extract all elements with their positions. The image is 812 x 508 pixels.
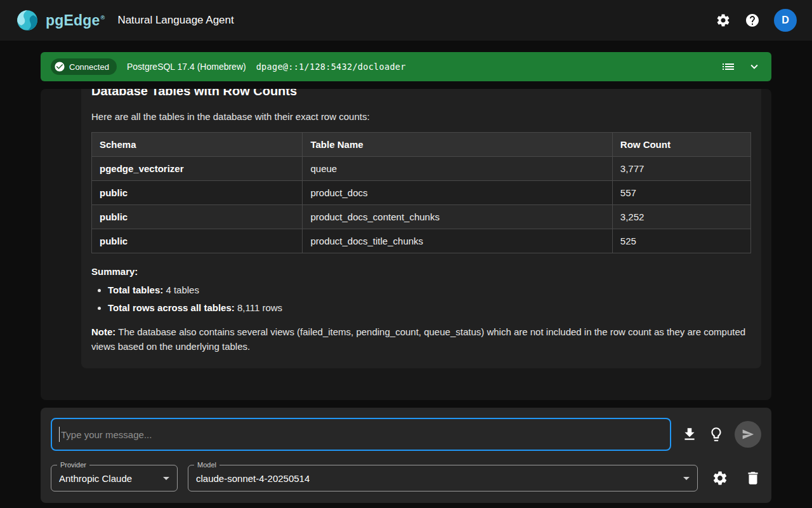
table-header-row: Schema Table Name Row Count [92,133,751,157]
cell-row-count: 3,252 [612,205,750,229]
message-intro: Here are all the tables in the database … [91,111,751,122]
cell-schema: public [92,181,303,205]
column-header-table-name: Table Name [303,133,612,157]
dropdown-arrow-icon [163,477,169,480]
cell-table-name: product_docs [303,181,612,205]
cell-schema: public [92,229,303,253]
cell-row-count: 3,777 [612,157,750,181]
message-heading: Database Tables with Row Counts [91,89,751,98]
provider-select-value: Anthropic Claude [59,473,132,484]
summary-item-label: Total tables: [108,284,163,295]
settings-button[interactable] [716,13,731,28]
user-avatar[interactable]: D [774,9,797,32]
list-item: Total rows across all tables: 8,111 rows [108,302,751,313]
text-caret [59,427,60,442]
brand-name: pgEdge® [46,12,105,29]
pgedge-logo [15,8,39,32]
composer-input-row [51,418,761,451]
table-row: pgedge_vectorizer queue 3,777 [92,157,751,181]
cell-schema: pgedge_vectorizer [92,157,303,181]
chat-area: Database Tables with Row Counts Here are… [41,89,771,400]
provider-select-label: Provider [57,460,89,469]
connection-banner: Connected PostgreSQL 17.4 (Homebrew) dpa… [41,52,771,81]
lightbulb-icon [708,426,724,443]
send-button[interactable] [735,421,761,448]
connected-label: Connected [69,62,109,72]
model-select[interactable]: Model claude-sonnet-4-20250514 [188,465,698,491]
note-text: The database also contains several views… [91,326,745,352]
help-button[interactable] [745,13,760,28]
brand: pgEdge® Natural Language Agent [15,8,234,32]
cell-row-count: 525 [612,229,750,253]
chat-settings-button[interactable] [712,470,728,486]
gear-icon [716,13,731,28]
collapse-banner-button[interactable] [747,60,761,74]
download-button[interactable] [681,426,698,443]
gear-icon [712,470,728,486]
server-version: PostgreSQL 17.4 (Homebrew) [127,62,246,72]
chevron-down-icon [747,60,761,74]
suggestions-button[interactable] [708,426,724,443]
summary-item-value: 8,111 rows [235,302,282,313]
page-title: Natural Language Agent [117,14,233,27]
clear-chat-button[interactable] [745,470,761,486]
cell-row-count: 557 [612,181,750,205]
summary-item-label: Total rows across all tables: [108,302,235,313]
composer-settings-row: Provider Anthropic Claude Model claude-s… [51,465,761,491]
cell-table-name: product_docs_content_chunks [303,205,612,229]
message-input[interactable] [51,418,671,451]
note-paragraph: Note: The database also contains several… [91,324,751,354]
check-circle-icon [54,61,65,72]
tables-table: Schema Table Name Row Count pgedge_vecto… [91,132,751,253]
column-header-schema: Schema [92,133,303,157]
trash-icon [745,470,761,486]
session-list-button[interactable] [721,59,736,74]
download-icon [681,426,698,443]
cell-table-name: product_docs_title_chunks [303,229,612,253]
connected-badge: Connected [51,58,117,75]
banner-actions [721,59,761,74]
note-label: Note: [91,326,115,337]
cell-table-name: queue [303,157,612,181]
summary-item-value: 4 tables [163,284,199,295]
registered-mark: ® [101,15,105,21]
list-item: Total tables: 4 tables [108,284,751,295]
list-icon [721,59,736,74]
summary-list: Total tables: 4 tables Total rows across… [91,284,751,313]
message-input-wrap [51,418,671,451]
column-header-row-count: Row Count [612,133,750,157]
assistant-message-card: Database Tables with Row Counts Here are… [81,89,761,368]
app-header: pgEdge® Natural Language Agent D [0,0,812,41]
summary-heading: Summary: [91,266,751,277]
help-icon [745,13,760,28]
model-select-value: claude-sonnet-4-20250514 [196,473,310,484]
table-row: public product_docs 557 [92,181,751,205]
composer-actions [712,470,761,486]
provider-select[interactable]: Provider Anthropic Claude [51,465,178,491]
table-row: public product_docs_title_chunks 525 [92,229,751,253]
send-icon [742,428,754,441]
header-actions: D [716,9,797,32]
dropdown-arrow-icon [683,477,690,480]
composer: Provider Anthropic Claude Model claude-s… [41,408,771,503]
model-select-label: Model [194,460,219,469]
table-row: public product_docs_content_chunks 3,252 [92,205,751,229]
cell-schema: public [92,205,303,229]
connection-string: dpage@::1/128:5432/docloader [256,62,406,72]
